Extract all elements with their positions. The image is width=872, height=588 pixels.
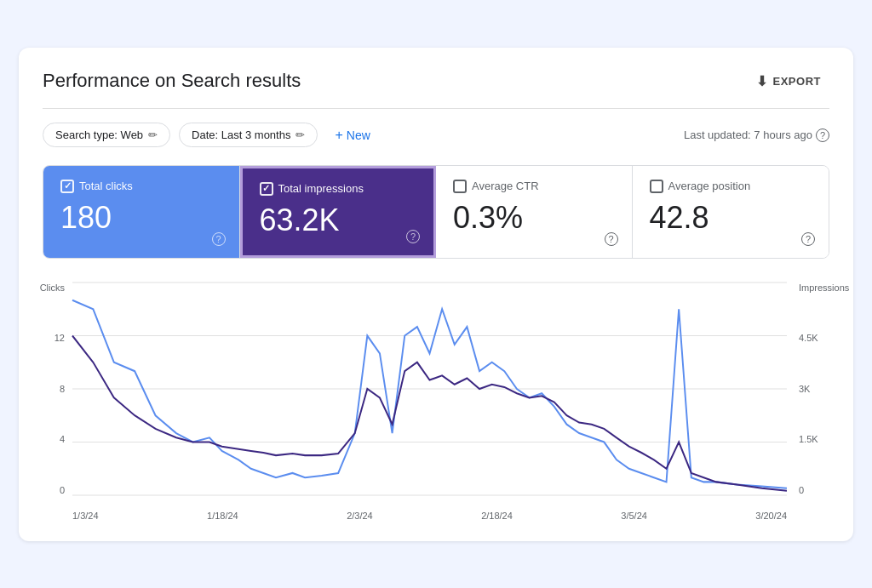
search-type-label: Search type: Web: [55, 128, 143, 141]
position-value: 42.8: [650, 200, 812, 236]
last-updated-help-icon[interactable]: ?: [816, 128, 829, 142]
chart-svg: [72, 283, 787, 495]
impressions-help-icon[interactable]: ?: [406, 230, 420, 243]
chart-inner: [72, 283, 787, 495]
plus-icon: +: [335, 128, 342, 143]
ctr-help-icon[interactable]: ?: [605, 232, 618, 246]
x-label-2: 1/18/24: [207, 511, 238, 521]
y-axis-right: Impressions 4.5K 3K 1.5K 0: [795, 283, 829, 495]
metric-average-ctr[interactable]: Average CTR 0.3% ?: [436, 166, 633, 258]
page-title: Performance on Search results: [43, 70, 301, 92]
y-right-15k: 1.5K: [799, 434, 818, 444]
y-right-label-top: Impressions: [799, 283, 849, 293]
clicks-value: 180: [60, 200, 222, 236]
new-button[interactable]: + New: [326, 123, 378, 148]
export-icon: ⬇: [756, 73, 768, 89]
metric-label-row-ctr: Average CTR: [453, 180, 615, 193]
clicks-checkbox[interactable]: [60, 180, 74, 193]
export-button[interactable]: ⬇ EXPORT: [748, 68, 829, 94]
chart-area: Clicks 12 8 4 0 Impressions 4.5K 3K 1.5K…: [43, 276, 829, 521]
x-label-5: 3/5/24: [621, 511, 647, 521]
header-divider: [43, 108, 829, 109]
x-label-1: 1/3/24: [72, 511, 99, 521]
metric-label-row-clicks: Total clicks: [60, 180, 222, 193]
impressions-label: Total impressions: [278, 182, 364, 195]
y-right-3k: 3K: [799, 384, 810, 394]
impressions-value: 63.2K: [260, 203, 417, 238]
x-label-3: 2/3/24: [347, 511, 373, 521]
impressions-help: ?: [406, 228, 420, 243]
impressions-checkbox[interactable]: [260, 182, 273, 196]
y-left-0: 0: [60, 485, 65, 495]
position-help-icon[interactable]: ?: [801, 232, 815, 246]
metric-label-row-position: Average position: [650, 180, 812, 193]
y-left-4: 4: [60, 434, 65, 444]
ctr-help: ?: [605, 231, 618, 246]
x-label-6: 3/20/24: [755, 511, 787, 521]
metric-total-impressions[interactable]: Total impressions 63.2K ?: [240, 166, 437, 258]
x-axis: 1/3/24 1/18/24 2/3/24 2/18/24 3/5/24 3/2…: [72, 511, 787, 521]
date-label: Date: Last 3 months: [192, 128, 290, 141]
toolbar: Search type: Web ✏ Date: Last 3 months ✏…: [43, 123, 829, 148]
metric-label-row-impressions: Total impressions: [260, 182, 417, 196]
y-right-0: 0: [799, 485, 804, 495]
chart-container: Clicks 12 8 4 0 Impressions 4.5K 3K 1.5K…: [43, 283, 829, 521]
y-right-45k: 4.5K: [799, 333, 818, 343]
clicks-line: [72, 300, 787, 488]
date-filter[interactable]: Date: Last 3 months ✏: [179, 123, 318, 147]
metric-average-position[interactable]: Average position 42.8 ?: [633, 166, 829, 258]
ctr-checkbox[interactable]: [453, 180, 467, 193]
last-updated-info: Last updated: 7 hours ago ?: [684, 128, 829, 142]
new-label: New: [347, 128, 370, 142]
clicks-help-icon[interactable]: ?: [212, 232, 226, 246]
main-card: Performance on Search results ⬇ EXPORT S…: [19, 48, 853, 541]
page-header: Performance on Search results ⬇ EXPORT: [43, 68, 829, 94]
last-updated-text: Last updated: 7 hours ago: [684, 128, 812, 141]
ctr-label: Average CTR: [472, 180, 539, 192]
x-label-4: 2/18/24: [481, 511, 513, 521]
position-label: Average position: [668, 180, 751, 192]
y-left-8: 8: [60, 384, 65, 394]
export-label: EXPORT: [773, 75, 821, 88]
position-checkbox[interactable]: [650, 180, 663, 193]
edit-icon-date: ✏: [295, 128, 305, 141]
y-left-12: 12: [54, 333, 65, 343]
y-left-label-top: Clicks: [40, 283, 65, 293]
search-type-filter[interactable]: Search type: Web ✏: [43, 123, 170, 147]
clicks-label: Total clicks: [79, 180, 133, 192]
y-axis-left: Clicks 12 8 4 0: [43, 283, 68, 495]
metric-total-clicks[interactable]: Total clicks 180 ?: [43, 166, 240, 258]
position-help: ?: [801, 231, 815, 246]
ctr-value: 0.3%: [453, 200, 615, 236]
metrics-row: Total clicks 180 ? Total impressions 63.…: [43, 165, 829, 259]
edit-icon: ✏: [148, 128, 158, 141]
clicks-help: ?: [212, 231, 226, 246]
impressions-line: [72, 335, 787, 490]
